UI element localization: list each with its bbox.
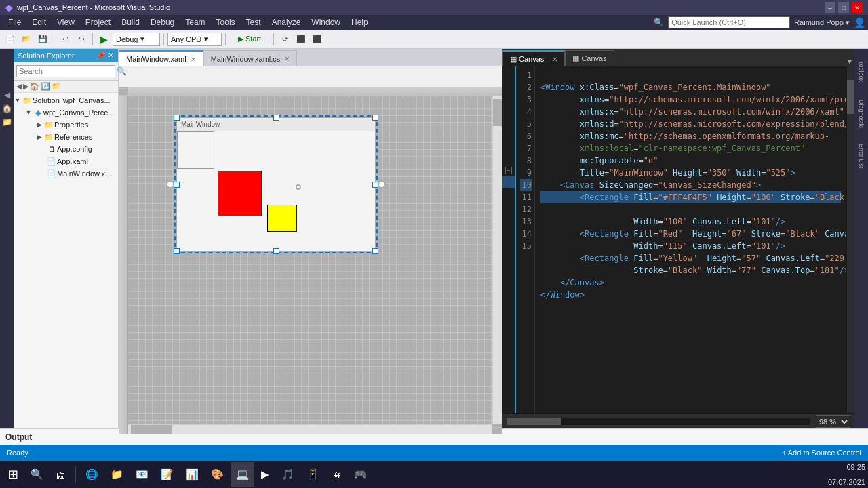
new-project-button[interactable]: 📄 <box>3 32 18 47</box>
code-vscroll-thumb[interactable] <box>847 80 854 114</box>
start-button[interactable]: ▶ Start <box>229 32 270 47</box>
menu-build[interactable]: Build <box>116 16 145 28</box>
menu-test[interactable]: Test <box>241 16 267 28</box>
edge-btn[interactable]: 🌐 <box>80 462 104 487</box>
design-vscroll[interactable] <box>492 96 502 424</box>
expand-properties[interactable]: ▶ <box>35 121 43 129</box>
rs-icon-toolbox[interactable]: Toolbox <box>856 52 867 92</box>
solution-explorer-title: Solution Explorer <box>18 52 75 60</box>
se-folder-btn[interactable]: 📁 <box>52 82 61 91</box>
close-panel-icon[interactable]: ✕ <box>108 51 114 60</box>
close-button[interactable]: ✕ <box>852 2 863 13</box>
zoom-percent-area[interactable]: 98 % 100% <box>816 415 850 428</box>
solution-icon: 📁 <box>22 95 33 106</box>
sidebar-collapse-icon[interactable]: ◀ <box>1 89 12 100</box>
paint-btn[interactable]: 🎨 <box>205 462 229 487</box>
source-control[interactable]: ↑ Add to Source Control <box>783 449 861 457</box>
titlebar: ◆ wpf_Canvas_Percent - Microsoft Visual … <box>0 0 868 15</box>
tree-item-properties[interactable]: ▶ 📁 Properties <box>14 119 118 131</box>
rs-icon-error[interactable]: Error List <box>856 136 867 176</box>
code-zoom-select[interactable]: 98 % 100% <box>816 415 850 428</box>
titlebar-controls[interactable]: – □ ✕ <box>825 2 863 13</box>
code-content[interactable]: <Window x:Class="wpf_Canvas_Percent.Main… <box>535 66 846 413</box>
anchor-left[interactable] <box>166 180 174 188</box>
phone-btn[interactable]: 📱 <box>301 462 325 487</box>
quick-launch-input[interactable] <box>668 16 790 28</box>
expand-solution[interactable]: ▼ <box>14 96 22 104</box>
debug-config-dropdown[interactable]: Debug ▾ <box>113 33 160 46</box>
cpu-config-dropdown[interactable]: Any CPU ▾ <box>167 33 222 46</box>
taskbar-sep <box>75 466 76 483</box>
tree-item-project[interactable]: ▼ ◆ wpf_Canvas_Perce... <box>14 106 118 119</box>
search-btn[interactable]: 🔍 <box>25 462 49 487</box>
expand-project[interactable]: ▼ <box>24 108 33 117</box>
outlook-btn[interactable]: 📧 <box>130 462 154 487</box>
hscroll-thumb[interactable] <box>131 425 172 434</box>
se-refresh-btn[interactable]: 🔃 <box>41 82 50 91</box>
anchor-right[interactable] <box>378 180 386 188</box>
media-btn[interactable]: ▶ <box>256 462 275 487</box>
music-btn[interactable]: 🎵 <box>276 462 300 487</box>
tab-cs-close[interactable]: ✕ <box>284 55 290 62</box>
tb-extra1[interactable]: ⟳ <box>277 32 292 47</box>
margin-line-3 <box>502 91 515 103</box>
sidebar-home-icon[interactable]: 🏠 <box>1 103 12 114</box>
margin-collapse-9[interactable]: − <box>502 164 515 176</box>
menu-tools[interactable]: Tools <box>211 16 241 28</box>
tb-extra3[interactable]: ⬛ <box>310 32 325 47</box>
code-tab-canvas-active[interactable]: ▦ Canvas ✕ <box>502 50 565 66</box>
vs-taskbar-btn[interactable]: 💻 <box>231 462 254 487</box>
minimize-button[interactable]: – <box>825 2 835 13</box>
vscroll-thumb[interactable] <box>493 99 502 126</box>
output-label[interactable]: Output <box>5 432 32 442</box>
tree-item-appconfig[interactable]: 🗒 App.config <box>14 143 118 155</box>
save-button[interactable]: 💾 <box>35 32 50 47</box>
tab-xaml-close[interactable]: ✕ <box>191 56 196 63</box>
se-home-btn[interactable]: 🏠 <box>30 82 39 91</box>
word-btn[interactable]: 📝 <box>155 462 179 487</box>
code-tab-canvas-close[interactable]: ✕ <box>552 56 557 63</box>
redo-button[interactable]: ↪ <box>74 32 89 47</box>
explorer-btn[interactable]: 📁 <box>105 462 129 487</box>
menu-file[interactable]: File <box>3 16 26 28</box>
expand-references[interactable]: ▶ <box>35 133 43 141</box>
start-menu-btn[interactable]: ⊞ <box>3 462 24 487</box>
pin-icon[interactable]: 📌 <box>96 51 106 60</box>
code-tab-overflow-btn[interactable]: ▾ <box>848 57 852 66</box>
sidebar-folder-icon[interactable]: 📁 <box>1 117 12 127</box>
tree-item-references[interactable]: ▶ 📁 References <box>14 131 118 143</box>
tree-item-mainwindow[interactable]: 📄 MainWindow.x... <box>14 167 118 180</box>
appconfig-icon: 🗒 <box>46 144 57 155</box>
excel-btn[interactable]: 📊 <box>180 462 204 487</box>
code-tab-canvas2[interactable]: ▦ Canvas <box>565 50 614 66</box>
rs-icon-diagnostic[interactable]: Diagnostic <box>856 94 867 134</box>
undo-button[interactable]: ↩ <box>58 32 73 47</box>
tb-extra2[interactable]: ⬛ <box>294 32 309 47</box>
se-forward-btn[interactable]: ▶ <box>23 82 28 91</box>
menu-view[interactable]: View <box>52 16 80 28</box>
menu-window[interactable]: Window <box>306 16 346 28</box>
game-btn[interactable]: 🎮 <box>349 462 372 487</box>
menu-debug[interactable]: Debug <box>145 16 180 28</box>
print-btn[interactable]: 🖨 <box>326 462 347 487</box>
start-debug-button[interactable]: ▶ <box>96 32 111 47</box>
tree-item-appxaml[interactable]: 📄 App.xaml <box>14 155 118 167</box>
se-back-btn[interactable]: ◀ <box>16 82 22 91</box>
menu-analyze[interactable]: Analyze <box>267 16 307 28</box>
search-input[interactable] <box>16 65 115 77</box>
design-hscroll[interactable] <box>128 424 492 434</box>
tab-mainwindow-cs[interactable]: MainWindow.xaml.cs ✕ <box>203 50 298 66</box>
menu-project[interactable]: Project <box>80 16 116 28</box>
open-button[interactable]: 📂 <box>19 32 34 47</box>
rect-red <box>218 171 262 216</box>
maximize-button[interactable]: □ <box>838 2 849 13</box>
tree-item-solution[interactable]: ▼ 📁 Solution 'wpf_Canvas... <box>14 94 118 106</box>
tab-mainwindow-xaml[interactable]: MainWindow.xaml ✕ <box>119 50 203 66</box>
code-hscroll-thumb[interactable] <box>507 418 561 425</box>
menu-team[interactable]: Team <box>180 16 210 28</box>
code-vscroll[interactable] <box>846 66 854 413</box>
menu-edit[interactable]: Edit <box>26 16 52 28</box>
task-view-btn[interactable]: 🗂 <box>50 462 71 487</box>
code-hscroll[interactable] <box>507 418 810 426</box>
menu-help[interactable]: Help <box>346 16 374 28</box>
